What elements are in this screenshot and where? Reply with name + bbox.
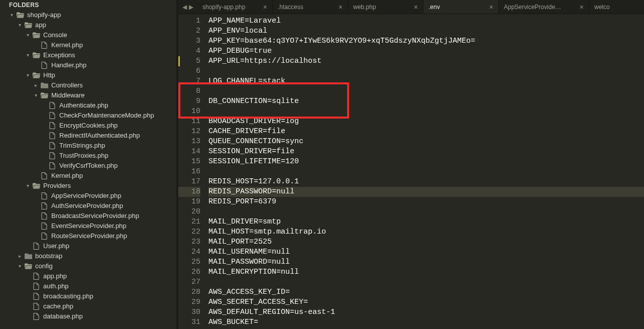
- tab[interactable]: web.php×: [348, 0, 423, 14]
- code-line[interactable]: AWS_ACCESS_KEY_ID=: [208, 287, 644, 297]
- tree-file[interactable]: AppServiceProvider.php: [0, 191, 176, 201]
- tree-file[interactable]: VerifyCsrfToken.php: [0, 161, 176, 171]
- tree-file[interactable]: RouteServiceProvider.php: [0, 231, 176, 241]
- code-area[interactable]: 1234567891011121314151617181920212223242…: [178, 14, 644, 329]
- tree-file[interactable]: Kernel.php: [0, 40, 176, 50]
- tab-label: web.php: [353, 4, 397, 11]
- tab[interactable]: welco: [589, 0, 615, 14]
- file-icon: [48, 122, 56, 129]
- code-line[interactable]: REDIS_PORT=6379: [208, 197, 644, 207]
- tree-item-label: EventServiceProvider.php: [51, 221, 127, 231]
- tree-file[interactable]: cache.php: [0, 301, 176, 311]
- tree-file[interactable]: broadcasting.php: [0, 291, 176, 301]
- tree-file[interactable]: BroadcastServiceProvider.php: [0, 211, 176, 221]
- code-line[interactable]: AWS_BUCKET=: [208, 317, 644, 327]
- chevron-down-icon[interactable]: ▾: [25, 181, 30, 191]
- file-icon: [40, 192, 48, 199]
- tree-folder[interactable]: ▾Http: [0, 70, 176, 80]
- code-line[interactable]: MAIL_HOST=smtp.mailtrap.io: [208, 227, 644, 237]
- chevron-down-icon[interactable]: ▾: [33, 90, 38, 100]
- chevron-down-icon[interactable]: ▾: [17, 261, 22, 271]
- tree-folder[interactable]: ▸Controllers: [0, 80, 176, 90]
- tab-nav-next-icon[interactable]: ▶: [188, 4, 194, 11]
- tree-folder[interactable]: ▾config: [0, 261, 176, 271]
- line-number: 5: [178, 56, 200, 66]
- chevron-right-icon[interactable]: ▸: [33, 80, 38, 90]
- code-line[interactable]: LOG_CHANNEL=stack: [208, 76, 644, 86]
- code-line[interactable]: QUEUE_CONNECTION=sync: [208, 137, 644, 147]
- tree-file[interactable]: Handler.php: [0, 60, 176, 70]
- chevron-down-icon[interactable]: ▾: [25, 70, 30, 80]
- code-line[interactable]: APP_KEY=base64:q3YO7+IYwES6k9RV2YO9+xqT5…: [208, 36, 644, 46]
- tree-file[interactable]: TrimStrings.php: [0, 141, 176, 151]
- code-line[interactable]: AWS_DEFAULT_REGION=us-east-1: [208, 307, 644, 317]
- tree-item-label: Kernel.php: [51, 171, 83, 181]
- tree-file[interactable]: app.php: [0, 271, 176, 281]
- code-line[interactable]: MAIL_USERNAME=null: [208, 247, 644, 257]
- tab[interactable]: .env×: [423, 0, 499, 14]
- tree-item-label: Middleware: [51, 90, 84, 100]
- file-icon: [40, 233, 48, 240]
- chevron-down-icon[interactable]: ▾: [9, 10, 14, 20]
- chevron-down-icon[interactable]: ▾: [17, 20, 22, 30]
- code-line[interactable]: MAIL_ENCRYPTION=null: [208, 267, 644, 277]
- tree-file[interactable]: Authenticate.php: [0, 100, 176, 111]
- tab[interactable]: AppServiceProvider.php×: [499, 0, 589, 14]
- code-line[interactable]: APP_NAME=Laravel: [208, 16, 644, 26]
- close-icon[interactable]: ×: [580, 4, 584, 11]
- code-line[interactable]: MAIL_DRIVER=smtp: [208, 217, 644, 227]
- code-line[interactable]: [208, 277, 644, 287]
- code-line[interactable]: SESSION_DRIVER=file: [208, 147, 644, 157]
- code-line[interactable]: APP_ENV=local: [208, 26, 644, 36]
- close-icon[interactable]: ×: [489, 4, 493, 11]
- tree-file[interactable]: Kernel.php: [0, 171, 176, 181]
- code-line[interactable]: MAIL_PASSWORD=null: [208, 257, 644, 267]
- code-line[interactable]: REDIS_PASSWORD=null: [208, 187, 644, 197]
- code-line[interactable]: BROADCAST_DRIVER=log: [208, 117, 644, 127]
- tree-folder[interactable]: ▾Providers: [0, 181, 176, 191]
- code-line[interactable]: [208, 86, 644, 96]
- tree-folder[interactable]: ▾app: [0, 20, 176, 30]
- file-tree[interactable]: ▾shopify-app▾app▾ConsoleKernel.php▾Excep…: [0, 10, 176, 329]
- tree-file[interactable]: EventServiceProvider.php: [0, 221, 176, 231]
- tree-folder[interactable]: ▾shopify-app: [0, 10, 176, 20]
- code-line[interactable]: AWS_SECRET_ACCESS_KEY=: [208, 297, 644, 307]
- tab-bar: ◀ ▶ shopify-app.php×.htaccess×web.php×.e…: [178, 0, 644, 14]
- tab[interactable]: .htaccess×: [273, 0, 348, 14]
- tree-file[interactable]: TrustProxies.php: [0, 151, 176, 161]
- tree-file[interactable]: CheckForMaintenanceMode.php: [0, 111, 176, 121]
- tab[interactable]: shopify-app.php×: [197, 0, 273, 14]
- close-icon[interactable]: ×: [414, 4, 418, 11]
- line-number: 8: [178, 86, 200, 96]
- tree-folder[interactable]: ▾Console: [0, 30, 176, 40]
- code-line[interactable]: [208, 66, 644, 76]
- tree-file[interactable]: auth.php: [0, 281, 176, 291]
- code-line[interactable]: CACHE_DRIVER=file: [208, 127, 644, 137]
- code-content[interactable]: APP_NAME=LaravelAPP_ENV=localAPP_KEY=bas…: [208, 14, 644, 329]
- tree-file[interactable]: EncryptCookies.php: [0, 121, 176, 131]
- code-line[interactable]: APP_URL=https://localhost: [208, 56, 644, 66]
- tree-folder[interactable]: ▸bootstrap: [0, 251, 176, 261]
- tree-folder[interactable]: ▾Middleware: [0, 90, 176, 100]
- tree-item-label: TrimStrings.php: [59, 141, 105, 151]
- chevron-down-icon[interactable]: ▾: [25, 30, 30, 40]
- tree-folder[interactable]: ▾Exceptions: [0, 50, 176, 60]
- code-line[interactable]: MAIL_PORT=2525: [208, 237, 644, 247]
- editor-pane: ◀ ▶ shopify-app.php×.htaccess×web.php×.e…: [178, 0, 644, 329]
- chevron-down-icon[interactable]: ▾: [25, 50, 30, 60]
- tab-nav-prev-icon[interactable]: ◀: [181, 4, 188, 11]
- chevron-right-icon[interactable]: ▸: [17, 251, 22, 261]
- code-line[interactable]: [208, 207, 644, 217]
- code-line[interactable]: [208, 106, 644, 117]
- tree-file[interactable]: database.php: [0, 311, 176, 321]
- close-icon[interactable]: ×: [339, 4, 343, 11]
- tree-file[interactable]: User.php: [0, 241, 176, 251]
- close-icon[interactable]: ×: [263, 4, 267, 11]
- code-line[interactable]: APP_DEBUG=true: [208, 46, 644, 56]
- tree-file[interactable]: RedirectIfAuthenticated.php: [0, 131, 176, 141]
- code-line[interactable]: SESSION_LIFETIME=120: [208, 157, 644, 167]
- tree-file[interactable]: AuthServiceProvider.php: [0, 201, 176, 211]
- code-line[interactable]: REDIS_HOST=127.0.0.1: [208, 177, 644, 187]
- code-line[interactable]: [208, 167, 644, 177]
- code-line[interactable]: DB_CONNECTION=sqlite: [208, 96, 644, 106]
